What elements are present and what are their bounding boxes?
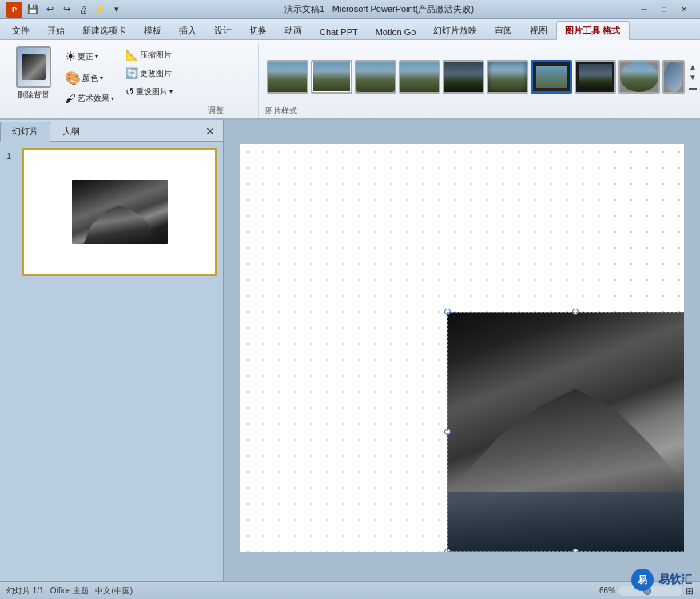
close-panel-button[interactable]: ✕: [201, 123, 220, 139]
handle-topmid[interactable]: [572, 309, 579, 315]
tab-insert[interactable]: 插入: [170, 21, 205, 39]
flash-quickbtn[interactable]: ⚡: [93, 2, 107, 17]
correct-button[interactable]: ☀ 更正 ▾: [61, 46, 118, 66]
image-style-1[interactable]: [267, 60, 308, 94]
image-style-4[interactable]: [399, 60, 440, 94]
handle-topleft[interactable]: [444, 309, 451, 315]
handle-botleft[interactable]: [444, 549, 451, 552]
print-quickbtn[interactable]: 🖨: [76, 2, 90, 17]
adjust-group-label: 调整: [178, 103, 253, 118]
minimize-button[interactable]: ─: [634, 2, 654, 17]
remove-bg-label: 删除背景: [18, 90, 50, 101]
tab-view[interactable]: 视图: [521, 21, 556, 39]
image-styles-strip: ▲ ▼ ▬: [264, 46, 700, 104]
tab-pictools[interactable]: 图片工具 格式: [556, 21, 629, 40]
maximize-button[interactable]: □: [654, 2, 674, 17]
slide-1-container: 1: [6, 148, 217, 276]
tab-insert-new[interactable]: 新建选项卡: [74, 21, 135, 39]
handle-botmid[interactable]: [572, 549, 579, 552]
tab-outline[interactable]: 大纲: [50, 122, 92, 141]
tab-animation[interactable]: 动画: [276, 21, 311, 39]
image-style-8[interactable]: [575, 60, 616, 94]
redo-quickbtn[interactable]: ↪: [59, 2, 74, 17]
art-effect-label: 艺术效果: [78, 93, 109, 104]
theme-info: Office 主题: [50, 585, 89, 597]
quick-access-toolbar: 💾 ↩ ↪ 🖨 ⚡ ▾: [26, 2, 124, 17]
styles-scroll-down[interactable]: ▼: [689, 73, 697, 82]
tab-home[interactable]: 开始: [38, 21, 74, 39]
tab-review[interactable]: 审阅: [486, 21, 521, 39]
slide-thumb-1[interactable]: [22, 148, 217, 276]
app-logo: P: [6, 2, 22, 18]
window-title: 演示文稿1 - Microsoft PowerPoint(产品激活失败): [124, 3, 634, 15]
watermark-logo: 易: [631, 569, 654, 591]
styles-scroll-up[interactable]: ▲: [689, 62, 697, 71]
title-bar-left: P 💾 ↩ ↪ 🖨 ⚡ ▾: [6, 2, 124, 18]
change-image-label: 更改图片: [140, 68, 172, 79]
image-style-3[interactable]: [355, 60, 396, 94]
slide-panel-tabs: 幻灯片 大纲 ✕: [0, 120, 223, 142]
save-quickbtn[interactable]: 💾: [26, 2, 40, 17]
close-button[interactable]: ✕: [674, 2, 694, 17]
main-area: 幻灯片 大纲 ✕ 1: [0, 120, 700, 581]
tab-slideshow[interactable]: 幻灯片放映: [424, 21, 486, 39]
slide-info: 幻灯片 1/1: [6, 585, 44, 597]
tab-motiongo[interactable]: Motion Go: [367, 23, 425, 39]
slide-panel-content: 1: [0, 142, 223, 581]
correct-label: 更正: [78, 51, 93, 62]
image-style-10[interactable]: [662, 60, 685, 94]
undo-quickbtn[interactable]: ↩: [42, 2, 57, 17]
tab-template[interactable]: 模板: [135, 21, 170, 39]
compress-button[interactable]: 📐 压缩图片: [121, 46, 177, 63]
reset-image-button[interactable]: ↺ 重设图片 ▾: [121, 83, 177, 100]
tab-file[interactable]: 文件: [3, 21, 38, 39]
slide-number-1: 1: [6, 148, 18, 276]
remove-bg-button[interactable]: 删除背景: [11, 43, 56, 104]
status-bar: 幻灯片 1/1 Office 主题 中文(中国) 66% ⊞: [0, 581, 700, 599]
change-image-button[interactable]: 🔄 更改图片: [121, 65, 177, 82]
image-style-6[interactable]: [487, 60, 528, 94]
art-effect-button[interactable]: 🖌 艺术效果 ▾: [61, 90, 118, 107]
title-bar: P 💾 ↩ ↪ 🖨 ⚡ ▾ 演示文稿1 - Microsoft PowerPoi…: [0, 0, 700, 19]
tab-design[interactable]: 设计: [205, 21, 241, 39]
handle-midleft[interactable]: [444, 429, 451, 435]
selected-image-container[interactable]: [447, 312, 684, 552]
language-info: 中文(中国): [95, 585, 133, 597]
image-style-5[interactable]: [443, 60, 484, 94]
slide-canvas[interactable]: [240, 144, 684, 552]
reset-image-label: 重设图片: [136, 86, 168, 98]
tab-slides[interactable]: 幻灯片: [0, 122, 50, 142]
image-style-2[interactable]: [311, 60, 352, 94]
tab-chatppt[interactable]: Chat PPT: [311, 23, 367, 39]
color-label: 颜色: [82, 73, 98, 84]
color-button[interactable]: 🎨 颜色 ▾: [61, 68, 118, 88]
image-style-7[interactable]: [531, 60, 572, 94]
slide-thumb-inner-1: [24, 150, 215, 274]
tab-switch[interactable]: 切换: [241, 21, 276, 39]
slide-panel: 幻灯片 大纲 ✕ 1: [0, 120, 224, 581]
compress-label: 压缩图片: [140, 50, 172, 61]
canvas-area: [224, 120, 700, 581]
watermark: 易 易软汇: [631, 569, 692, 591]
more-quickbtn[interactable]: ▾: [109, 2, 124, 17]
watermark-text: 易软汇: [658, 573, 692, 587]
ribbon-tabs: 文件 开始 新建选项卡 模板 插入 设计 切换 动画 Chat PPT Moti…: [0, 19, 700, 40]
ribbon-content: 删除背景 ☀ 更正 ▾ 🎨 颜色 ▾ 🖌 艺术效果 ▾ 📐: [0, 40, 700, 120]
image-styles-label: 图片样式: [264, 104, 700, 118]
image-style-9[interactable]: [618, 60, 660, 94]
window-controls: ─ □ ✕: [634, 2, 694, 17]
zoom-level: 66%: [599, 586, 615, 595]
ribbon-group-adjust: 删除背景 ☀ 更正 ▾ 🎨 颜色 ▾ 🖌 艺术效果 ▾ 📐: [3, 43, 259, 118]
styles-more[interactable]: ▬: [689, 83, 697, 92]
